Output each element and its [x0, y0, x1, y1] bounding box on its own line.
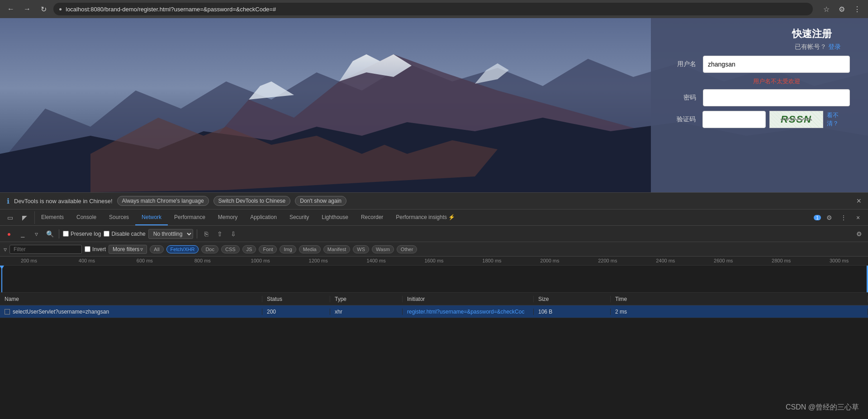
- tab-console[interactable]: Console: [70, 210, 103, 225]
- td-name: selectUserServlet?username=zhangsan: [0, 309, 262, 315]
- reload-button[interactable]: ↻: [37, 3, 50, 15]
- notification-close-button[interactable]: ×: [856, 196, 861, 206]
- devtools-settings-button[interactable]: ⚙: [823, 211, 835, 224]
- th-type[interactable]: Type: [330, 296, 403, 302]
- filter-bar: ▿ Invert More filters ▿ All Fetch/XHR Do…: [0, 242, 868, 257]
- menu-button[interactable]: ⋮: [851, 3, 863, 15]
- devtools-panel: ▭ ◤ Elements Console Sources Network Per…: [0, 210, 868, 419]
- search-button[interactable]: 🔍: [44, 229, 55, 239]
- timeline-label-1200: 1200 ms: [289, 257, 347, 265]
- content-area: 快速注册 已有帐号？ 登录 用户名 用户名不太受欢迎 密码 验证码 RSSN 看…: [0, 18, 868, 419]
- chip-other[interactable]: Other: [397, 245, 417, 253]
- td-size: 106 B: [534, 309, 611, 315]
- th-time[interactable]: Time: [611, 296, 868, 302]
- username-row: 用户名: [669, 56, 850, 73]
- filter-input[interactable]: [9, 245, 82, 254]
- th-status[interactable]: Status: [262, 296, 330, 302]
- captcha-image[interactable]: RSSN: [769, 111, 823, 128]
- timeline-cursor-top: [0, 266, 4, 269]
- switch-devtools-button[interactable]: Switch DevTools to Chinese: [213, 196, 291, 206]
- devtools-close-button[interactable]: ×: [852, 211, 864, 224]
- forward-button[interactable]: →: [21, 3, 33, 15]
- row-name-text: selectUserServlet?username=zhangsan: [13, 309, 109, 315]
- more-filters-button[interactable]: More filters ▿: [109, 245, 147, 254]
- clear-button[interactable]: ⎯: [17, 229, 28, 239]
- login-link[interactable]: 登录: [828, 43, 841, 50]
- wifi-icon-button[interactable]: ⎘: [201, 229, 212, 239]
- timeline-area[interactable]: [0, 266, 868, 293]
- devtools-right-icons: 1 ⚙ ⋮ ×: [810, 211, 868, 224]
- chip-css[interactable]: CSS: [221, 245, 240, 253]
- captcha-row: 验证码 RSSN 看不清？: [669, 111, 850, 128]
- chip-img[interactable]: Img: [280, 245, 296, 253]
- network-table: Name Status Type Initiator Size Time sel…: [0, 293, 868, 318]
- devtools-side-icons: ▭ ◤: [0, 211, 35, 224]
- devtools-more-button[interactable]: ⋮: [837, 211, 850, 224]
- chip-ws[interactable]: WS: [353, 245, 369, 253]
- chip-font[interactable]: Font: [259, 245, 277, 253]
- tab-lighthouse[interactable]: Lighthouse: [315, 210, 355, 225]
- disable-cache-label[interactable]: Disable cache: [104, 231, 145, 237]
- captcha-label: 验证码: [669, 115, 696, 124]
- td-time: 2 ms: [611, 309, 868, 315]
- preserve-log-label[interactable]: Preserve log: [63, 231, 101, 237]
- login-link-row: 已有帐号？ 登录: [795, 43, 841, 51]
- username-label: 用户名: [669, 60, 696, 68]
- chip-fetch-xhr[interactable]: Fetch/XHR: [166, 245, 199, 253]
- tab-performance-insights[interactable]: Performance insights ⚡: [389, 210, 461, 225]
- tab-memory[interactable]: Memory: [212, 210, 244, 225]
- chip-all[interactable]: All: [150, 245, 163, 253]
- url-text: localhost:8080/brand-demo/register.html?…: [66, 6, 807, 13]
- tab-elements[interactable]: Elements: [35, 210, 70, 225]
- back-button[interactable]: ←: [5, 3, 17, 15]
- chip-media[interactable]: Media: [299, 245, 321, 253]
- devtools-header: ▭ ◤ Elements Console Sources Network Per…: [0, 210, 868, 226]
- tab-recorder[interactable]: Recorder: [355, 210, 389, 225]
- username-input[interactable]: [703, 56, 850, 73]
- tab-security[interactable]: Security: [283, 210, 315, 225]
- chip-manifest[interactable]: Manifest: [323, 245, 351, 253]
- devtools-toolbar: ● ⎯ ▿ 🔍 Preserve log Disable cache No th…: [0, 226, 868, 242]
- disable-cache-text: Disable cache: [111, 231, 145, 237]
- preserve-log-text: Preserve log: [71, 231, 101, 237]
- download-button[interactable]: ⇩: [228, 229, 239, 239]
- invert-label[interactable]: Invert: [85, 246, 106, 252]
- timeline: 200 ms 400 ms 600 ms 800 ms 1000 ms 1200…: [0, 257, 868, 293]
- device-toolbar-button[interactable]: ◤: [18, 211, 31, 224]
- address-bar[interactable]: ● localhost:8080/brand-demo/register.htm…: [53, 3, 813, 15]
- filter-toggle-button[interactable]: ▿: [31, 229, 42, 239]
- profile-button[interactable]: ⚙: [835, 3, 848, 15]
- upload-button[interactable]: ⇧: [214, 229, 225, 239]
- timeline-label-2600: 2600 ms: [694, 257, 752, 265]
- tab-network[interactable]: Network: [135, 210, 168, 225]
- record-button[interactable]: ●: [4, 229, 14, 239]
- th-size[interactable]: Size: [534, 296, 611, 302]
- tab-performance[interactable]: Performance: [168, 210, 212, 225]
- throttle-select[interactable]: No throttling: [148, 229, 193, 239]
- cant-see-link[interactable]: 看不清？: [827, 111, 850, 128]
- tab-application[interactable]: Application: [244, 210, 283, 225]
- disable-cache-checkbox[interactable]: [104, 231, 109, 237]
- tab-sources[interactable]: Sources: [103, 210, 135, 225]
- separator-1: [59, 229, 59, 238]
- dont-show-again-button[interactable]: Don't show again: [295, 196, 346, 206]
- preserve-log-checkbox[interactable]: [63, 231, 69, 237]
- chip-wasm[interactable]: Wasm: [372, 245, 394, 253]
- invert-text: Invert: [92, 246, 106, 252]
- chip-doc[interactable]: Doc: [201, 245, 218, 253]
- captcha-input[interactable]: [702, 111, 766, 128]
- row-file-icon: [5, 309, 10, 314]
- th-name[interactable]: Name: [0, 296, 262, 302]
- filter-funnel-icon: ▿: [4, 246, 7, 253]
- password-label: 密码: [669, 94, 696, 102]
- table-row[interactable]: selectUserServlet?username=zhangsan 200 …: [0, 305, 868, 318]
- password-input[interactable]: [703, 89, 850, 106]
- chip-js[interactable]: JS: [242, 245, 256, 253]
- td-initiator[interactable]: register.html?username=&password=&checkC…: [403, 309, 534, 315]
- th-initiator[interactable]: Initiator: [403, 296, 534, 302]
- invert-checkbox[interactable]: [85, 246, 90, 252]
- bookmark-button[interactable]: ☆: [820, 3, 833, 15]
- inspect-element-button[interactable]: ▭: [4, 211, 16, 224]
- always-match-button[interactable]: Always match Chrome's language: [117, 196, 209, 206]
- more-options-button[interactable]: ⚙: [854, 229, 864, 239]
